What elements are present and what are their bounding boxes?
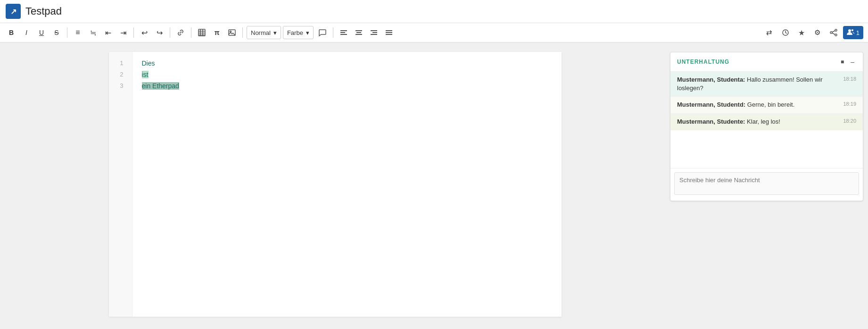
svg-line-25 — [832, 33, 835, 34]
editor-paper: 1 2 3 Dies ist ein Etherpad — [109, 52, 562, 317]
app-title: Testpad — [25, 5, 62, 17]
color-select-label: Farbe — [287, 29, 303, 36]
app-icon: ↗ — [6, 4, 21, 19]
chat-input-area — [670, 168, 863, 201]
msg-sender-3: Mustermann, Studente: — [677, 118, 745, 125]
toolbar: B I U S ≡ ≒ ⇤ ⇥ ↩ ↪ π Normal — [0, 23, 868, 42]
svg-rect-14 — [371, 30, 377, 31]
svg-rect-9 — [340, 32, 345, 33]
divider-1 — [67, 27, 67, 38]
app-icon-arrow: ↗ — [10, 7, 17, 16]
msg-sender-2: Mustermann, Studentd: — [677, 101, 745, 108]
msg-content-1: Mustermann, Studenta: Hallo zusammen! So… — [677, 76, 839, 93]
bookmark-button[interactable]: ★ — [795, 26, 808, 39]
style-select-label: Normal — [251, 29, 271, 36]
chat-header: UNTERHALTUNG ■ – — [670, 52, 863, 72]
align-left-button[interactable] — [337, 26, 350, 39]
align-right-button[interactable] — [367, 26, 380, 39]
svg-rect-18 — [386, 32, 392, 33]
chat-messages: Mustermann, Studenta: Hallo zusammen! So… — [670, 72, 863, 130]
msg-sender-1: Mustermann, Studenta: — [677, 76, 745, 83]
sync-button[interactable]: ⇄ — [763, 26, 776, 39]
svg-point-22 — [830, 32, 832, 34]
highlight-etherpad: ein Etherpad — [142, 82, 179, 90]
msg-time-3: 18:20 — [843, 118, 856, 124]
divider-2 — [133, 27, 134, 38]
indent-increase-button[interactable]: ⇥ — [116, 26, 130, 39]
svg-rect-12 — [356, 32, 361, 33]
settings-button[interactable]: ⚙ — [811, 26, 824, 39]
svg-line-24 — [832, 31, 835, 32]
chat-input-field[interactable] — [674, 172, 859, 195]
svg-rect-17 — [386, 30, 392, 31]
svg-point-21 — [835, 29, 837, 31]
chat-message-1: Mustermann, Studenta: Hallo zusammen! So… — [670, 72, 863, 97]
formula-button[interactable]: π — [210, 26, 223, 39]
toolbar-right: ⇄ ★ ⚙ 1 — [763, 26, 863, 39]
svg-rect-16 — [371, 34, 377, 35]
table-button[interactable] — [195, 26, 208, 39]
msg-content-3: Mustermann, Studente: Klar, leg los! — [677, 118, 839, 126]
titlebar: ↗ Testpad — [0, 0, 868, 23]
style-dropdown-icon: ▾ — [273, 29, 277, 36]
style-select[interactable]: Normal ▾ — [247, 26, 281, 39]
divider-6 — [333, 27, 333, 38]
svg-point-23 — [835, 34, 837, 36]
msg-content-2: Mustermann, Studentd: Gerne, bin bereit. — [677, 101, 839, 109]
svg-rect-13 — [355, 34, 362, 35]
svg-point-26 — [848, 29, 851, 32]
link-button[interactable] — [174, 26, 187, 39]
chat-minimize-icon[interactable]: – — [849, 57, 856, 67]
msg-time-2: 18:19 — [843, 101, 856, 107]
ordered-list-button[interactable]: ≡ — [71, 26, 84, 39]
line-number-1: 1 — [109, 58, 127, 69]
svg-rect-15 — [372, 32, 377, 33]
msg-text-3: Klar, leg los! — [747, 118, 780, 125]
svg-rect-8 — [340, 30, 347, 31]
align-justify-button[interactable] — [382, 26, 396, 39]
divider-3 — [170, 27, 170, 38]
editor-content[interactable]: Dies ist ein Etherpad — [132, 52, 562, 317]
svg-point-27 — [851, 29, 853, 31]
line-numbers: 1 2 3 — [109, 52, 132, 317]
share-button[interactable] — [827, 26, 840, 39]
indent-decrease-button[interactable]: ⇤ — [101, 26, 115, 39]
chat-bookmark-icon[interactable]: ■ — [839, 58, 846, 66]
line-number-3: 3 — [109, 80, 127, 92]
users-count: 1 — [856, 29, 860, 36]
redo-button[interactable]: ↪ — [153, 26, 166, 39]
strikethrough-button[interactable]: S — [50, 26, 63, 39]
unordered-list-button[interactable]: ≒ — [86, 26, 99, 39]
divider-5 — [242, 27, 243, 38]
color-dropdown-icon: ▾ — [306, 29, 309, 36]
color-select[interactable]: Farbe ▾ — [283, 26, 314, 39]
svg-rect-19 — [386, 34, 392, 35]
users-button[interactable]: 1 — [843, 26, 863, 39]
editor-line-3: ein Etherpad — [142, 80, 552, 92]
chat-panel: UNTERHALTUNG ■ – Mustermann, Studenta: H… — [670, 52, 863, 201]
users-icon — [847, 29, 854, 37]
msg-time-1: 18:18 — [843, 76, 856, 82]
msg-text-2: Gerne, bin bereit. — [747, 101, 794, 108]
italic-button[interactable]: I — [20, 26, 33, 39]
line-number-2: 2 — [109, 69, 127, 80]
chat-message-3: Mustermann, Studente: Klar, leg los! 18:… — [670, 114, 863, 130]
undo-button[interactable]: ↩ — [138, 26, 151, 39]
divider-4 — [191, 27, 191, 38]
svg-rect-11 — [355, 30, 362, 31]
main-area: 1 2 3 Dies ist ein Etherpad UNTERHALTUNG… — [0, 42, 868, 326]
underline-button[interactable]: U — [35, 26, 48, 39]
chat-title: UNTERHALTUNG — [677, 59, 729, 65]
image-button[interactable] — [225, 26, 239, 39]
svg-rect-10 — [340, 34, 347, 35]
chat-message-2: Mustermann, Studentd: Gerne, bin bereit.… — [670, 97, 863, 113]
bold-button[interactable]: B — [5, 26, 18, 39]
history-button[interactable] — [779, 26, 792, 39]
comment-button[interactable] — [315, 26, 329, 39]
editor-line-2: ist — [142, 69, 552, 80]
highlight-ist: ist — [142, 71, 149, 78]
editor-line-1: Dies — [142, 58, 552, 69]
align-center-button[interactable] — [352, 26, 365, 39]
editor-container: 1 2 3 Dies ist ein Etherpad — [0, 42, 670, 326]
chat-controls: ■ – — [839, 57, 856, 67]
